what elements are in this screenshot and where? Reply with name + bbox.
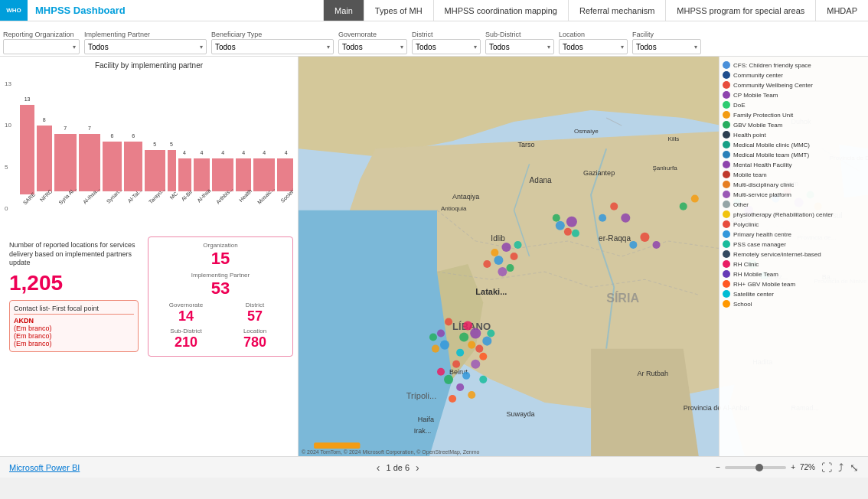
- legend-dot: [723, 151, 730, 158]
- filter-beneficiary-type-label: Beneficiary Type: [211, 31, 334, 38]
- share-icon[interactable]: ⤴: [838, 461, 844, 474]
- locations-desc: Number of reported locations for service…: [9, 241, 139, 268]
- legend-label: Satellite center: [733, 291, 774, 298]
- bar-group[interactable]: 13 SARE: [20, 105, 34, 212]
- main-content: Facility by implementing partner 13 10 5…: [0, 57, 868, 456]
- svg-point-62: [553, 214, 560, 222]
- bar: 13: [20, 105, 34, 194]
- svg-point-65: [621, 214, 630, 223]
- tab-referral[interactable]: Referral mechanism: [568, 0, 665, 21]
- chevron-down-icon: ▾: [694, 44, 697, 51]
- svg-text:Haifa: Haifa: [418, 416, 435, 423]
- tab-main[interactable]: Main: [323, 0, 364, 21]
- expand-icon[interactable]: ⤡: [850, 461, 859, 474]
- legend-label: RH Mobile Team: [733, 271, 778, 278]
- svg-point-60: [566, 217, 577, 227]
- svg-point-46: [487, 330, 494, 338]
- svg-point-81: [445, 318, 452, 325]
- powerbi-link[interactable]: Microsoft Power BI: [9, 463, 80, 472]
- filter-subdistrict-select[interactable]: Todos ▾: [485, 39, 554, 54]
- svg-point-58: [449, 395, 456, 403]
- svg-text:Irak...: Irak...: [414, 427, 432, 435]
- legend-dot: [723, 250, 730, 258]
- filter-reporting-org-select[interactable]: ▾: [3, 39, 80, 54]
- legend-label: Remotely service/internet-based: [733, 251, 821, 258]
- filter-district-select[interactable]: Todos ▾: [412, 39, 481, 54]
- legend-label: Multi-disciplinary clinic: [733, 181, 794, 188]
- fullscreen-icon[interactable]: ⛶: [821, 461, 832, 474]
- svg-point-77: [652, 241, 660, 249]
- svg-point-55: [468, 391, 475, 399]
- svg-point-84: [429, 334, 437, 341]
- contact-title: Contact list- First focal point: [14, 305, 134, 315]
- contact-item-2: (Em branco): [14, 325, 134, 332]
- legend-dot: [723, 121, 730, 129]
- legend-dot: [723, 141, 730, 148]
- legend-label: Family Protection Unit: [733, 112, 793, 119]
- left-panel: Facility by implementing partner 13 10 5…: [0, 57, 299, 456]
- legend-item: RH+ GBV Mobile team: [723, 280, 865, 288]
- bar: 4: [236, 158, 251, 191]
- legend-dot: [723, 220, 730, 228]
- svg-point-56: [479, 376, 487, 383]
- bar: 6: [103, 142, 122, 191]
- tab-mhdap[interactable]: MHDAP: [815, 0, 868, 21]
- legend-dot: [723, 101, 730, 109]
- bars-container[interactable]: 13 SARE 8 NFRC 7 Syria Al... 7 Al-Ihsa..…: [20, 80, 290, 212]
- tab-coordination[interactable]: MHPSS coordination mapping: [433, 0, 568, 21]
- legend-label: Health point: [733, 132, 766, 139]
- legend-label: CFS: Children friendly space: [733, 62, 811, 69]
- svg-point-51: [462, 372, 470, 380]
- filter-facility-select[interactable]: Todos ▾: [632, 39, 701, 54]
- svg-point-33: [501, 243, 511, 252]
- map-area[interactable]: Type of facility: [299, 57, 868, 456]
- legend-dot: [723, 230, 730, 238]
- svg-text:Gaziantep: Gaziantep: [583, 169, 615, 177]
- map-attribution: © 2024 TomTom, © 2024 Microsoft Corporat…: [302, 449, 479, 455]
- svg-point-35: [494, 256, 503, 265]
- governorate-label: Governorate: [153, 302, 219, 308]
- filter-location-select[interactable]: Todos ▾: [559, 39, 628, 54]
- bar-group[interactable]: 8 NFRC: [37, 105, 51, 212]
- filter-governorate-select[interactable]: Todos ▾: [338, 39, 407, 54]
- stats-section: Number of reported locations for service…: [5, 236, 293, 357]
- filter-subdistrict-label: Sub-District: [485, 31, 554, 38]
- prev-page-arrow[interactable]: ‹: [377, 461, 380, 474]
- legend-label: Community Wellbeing Center: [733, 82, 813, 89]
- svg-point-53: [444, 375, 453, 384]
- filter-beneficiary-type: Beneficiary Type Todos ▾: [211, 31, 334, 54]
- svg-point-34: [510, 253, 517, 260]
- svg-text:SÍRIA: SÍRIA: [606, 291, 639, 305]
- bar: 4: [277, 158, 293, 191]
- bar-group[interactable]: 5 MC: [168, 105, 176, 212]
- governorate-count: 14: [153, 308, 219, 325]
- legend-item: CP Mobile Team: [723, 91, 865, 99]
- svg-text:Antaqiya: Antaqiya: [452, 193, 480, 201]
- legend-dot: [723, 181, 730, 188]
- filter-row: Reporting Organization ▾ Implementing Pa…: [0, 21, 868, 57]
- svg-rect-88: [314, 442, 360, 448]
- y-axis: 13 10 5 0: [5, 80, 11, 212]
- svg-text:Osmaiye: Osmaiye: [574, 128, 599, 135]
- svg-point-41: [470, 328, 481, 339]
- zoom-slider[interactable]: [725, 466, 786, 469]
- tab-types-mh[interactable]: Types of MH: [364, 0, 433, 21]
- zoom-plus-icon[interactable]: +: [791, 463, 795, 471]
- svg-text:Adana: Adana: [530, 176, 552, 184]
- zoom-level: 72%: [800, 463, 815, 471]
- legend-dot: [723, 201, 730, 208]
- tab-special[interactable]: MHPSS program for special areas: [665, 0, 815, 21]
- org-stat-organization: Organization 15: [153, 242, 288, 269]
- legend-dot: [723, 300, 730, 308]
- filter-beneficiary-type-select[interactable]: Todos ▾: [211, 39, 334, 54]
- svg-point-67: [680, 203, 687, 210]
- svg-text:Kills: Kills: [668, 135, 680, 142]
- next-page-arrow[interactable]: ›: [416, 461, 419, 474]
- org-count: 15: [153, 249, 288, 269]
- svg-point-57: [437, 368, 445, 376]
- zoom-minus-icon[interactable]: −: [716, 463, 720, 471]
- legend-item: Community Wellbeing Center: [723, 81, 865, 89]
- org-stat-implementing: Implementing Partner 53: [153, 272, 288, 298]
- filter-implementing-partner-select[interactable]: Todos ▾: [84, 39, 207, 54]
- district-count: 57: [222, 308, 288, 325]
